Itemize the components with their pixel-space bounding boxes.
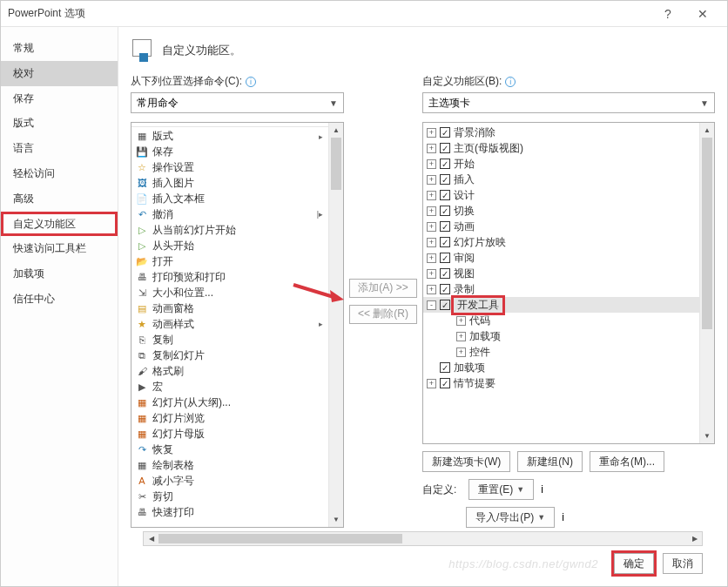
checkbox[interactable]: ✓: [440, 284, 450, 294]
tree-node[interactable]: +✓动画: [423, 219, 699, 234]
expand-icon[interactable]: +: [427, 285, 436, 294]
command-item[interactable]: 🖌格式刷: [131, 363, 328, 379]
tree-node[interactable]: +控件: [423, 344, 699, 360]
expand-icon[interactable]: +: [427, 222, 436, 232]
command-item[interactable]: 🖶打印预览和打印: [131, 269, 328, 285]
checkbox[interactable]: ✓: [440, 190, 450, 200]
checkbox[interactable]: ✓: [440, 253, 450, 263]
sidebar-item[interactable]: 轻松访问: [1, 161, 118, 186]
command-item[interactable]: ▶宏: [131, 379, 328, 395]
info-icon[interactable]: i: [246, 77, 256, 87]
command-item[interactable]: 📄插入文本框: [131, 191, 328, 206]
commands-source-dropdown[interactable]: 常用命令 ▼: [131, 92, 344, 113]
new-tab-button[interactable]: 新建选项卡(W): [422, 451, 510, 472]
collapse-icon[interactable]: -: [427, 300, 436, 310]
expand-icon[interactable]: +: [456, 316, 466, 326]
expand-icon[interactable]: +: [427, 159, 436, 169]
checkbox[interactable]: ✓: [440, 362, 450, 373]
command-item[interactable]: 📂打开: [131, 253, 328, 269]
scroll-left-icon[interactable]: ◀: [144, 532, 158, 545]
tree-node[interactable]: +✓审阅: [423, 250, 699, 266]
info-icon[interactable]: i: [562, 511, 564, 523]
help-button[interactable]: ?: [650, 7, 685, 21]
checkbox[interactable]: ✓: [440, 237, 450, 247]
command-item[interactable]: ▦幻灯片浏览: [131, 410, 328, 426]
checkbox[interactable]: ✓: [440, 174, 450, 185]
new-group-button[interactable]: 新建组(N): [517, 451, 583, 472]
expand-icon[interactable]: +: [427, 379, 436, 388]
command-item[interactable]: ▦幻灯片母版: [131, 426, 328, 442]
command-item[interactable]: ▦幻灯片(从大纲)...: [131, 395, 328, 410]
command-item[interactable]: ▦版式▸: [131, 126, 328, 144]
sidebar-item[interactable]: 常规: [1, 36, 118, 61]
command-item[interactable]: ▷从当前幻灯片开始: [131, 222, 328, 238]
tree-node[interactable]: +✓切换: [423, 203, 699, 219]
expand-icon[interactable]: +: [427, 128, 436, 138]
command-item[interactable]: 💾保存: [131, 144, 328, 159]
checkbox[interactable]: ✓: [440, 127, 450, 138]
expand-icon[interactable]: +: [427, 175, 436, 185]
tree-node[interactable]: +✓视图: [423, 266, 699, 281]
close-button[interactable]: ✕: [685, 7, 720, 21]
ribbon-tree[interactable]: +✓背景消除+✓主页(母版视图)+✓开始+✓插入+✓设计+✓切换+✓动画+✓幻灯…: [422, 122, 715, 444]
sidebar-item[interactable]: 信任中心: [1, 287, 118, 312]
tree-node[interactable]: ✓加载项: [423, 360, 699, 375]
command-item[interactable]: ↷恢复: [131, 442, 328, 457]
tree-node[interactable]: +✓背景消除: [423, 125, 699, 140]
sidebar-item[interactable]: 保存: [1, 86, 118, 111]
command-item[interactable]: ▷从头开始: [131, 238, 328, 253]
scroll-right-icon[interactable]: ▶: [687, 532, 702, 545]
tree-node[interactable]: +✓插入: [423, 172, 699, 187]
tree-node[interactable]: -✓开发工具: [423, 297, 699, 313]
command-item[interactable]: 🖶快速打印: [131, 504, 328, 520]
ribbon-scope-dropdown[interactable]: 主选项卡 ▼: [422, 92, 715, 113]
scrollbar-vertical[interactable]: ▲ ▼: [699, 123, 714, 443]
tree-node[interactable]: +✓主页(母版视图): [423, 140, 699, 156]
checkbox[interactable]: ✓: [440, 143, 450, 153]
command-item[interactable]: 🖼插入图片: [131, 175, 328, 191]
sidebar-item[interactable]: 快速访问工具栏: [1, 236, 118, 261]
expand-icon[interactable]: +: [427, 206, 436, 216]
add-button[interactable]: 添加(A) >>: [349, 279, 417, 298]
command-item[interactable]: ⧉复制幻灯片: [131, 347, 328, 363]
tree-node[interactable]: +加载项: [423, 328, 699, 344]
sidebar-item[interactable]: 校对: [1, 61, 118, 86]
tree-node[interactable]: +✓情节提要: [423, 375, 699, 391]
import-export-dropdown[interactable]: 导入/导出(P)▼: [466, 507, 555, 528]
command-item[interactable]: A减小字号: [131, 473, 328, 489]
sidebar-item[interactable]: 自定义功能区: [1, 212, 118, 237]
sidebar-item[interactable]: 加载项: [1, 261, 118, 287]
remove-button[interactable]: << 删除(R): [349, 305, 417, 324]
info-icon[interactable]: i: [541, 483, 543, 496]
expand-icon[interactable]: +: [427, 269, 436, 279]
command-item[interactable]: ⎘复制: [131, 332, 328, 347]
sidebar-item[interactable]: 版式: [1, 111, 118, 136]
reset-dropdown[interactable]: 重置(E)▼: [468, 479, 534, 500]
tree-node[interactable]: +✓开始: [423, 156, 699, 172]
rename-button[interactable]: 重命名(M)...: [590, 451, 664, 472]
sidebar-item[interactable]: 高级: [1, 186, 118, 212]
command-item[interactable]: ↶撤消|▸: [131, 206, 328, 222]
checkbox[interactable]: ✓: [440, 268, 450, 279]
tree-node[interactable]: +✓录制: [423, 281, 699, 297]
expand-icon[interactable]: +: [427, 238, 436, 247]
scrollbar-vertical[interactable]: ▲ ▼: [328, 123, 343, 527]
checkbox[interactable]: ✓: [440, 378, 450, 388]
tree-node[interactable]: +代码: [423, 313, 699, 328]
expand-icon[interactable]: +: [456, 347, 466, 357]
command-item[interactable]: ✂剪切: [131, 489, 328, 504]
scroll-up-icon[interactable]: ▲: [329, 123, 343, 138]
expand-icon[interactable]: +: [456, 332, 466, 341]
command-item[interactable]: ▤动画窗格: [131, 300, 328, 316]
commands-listbox[interactable]: ▦版式▸💾保存☆操作设置🖼插入图片📄插入文本框↶撤消|▸▷从当前幻灯片开始▷从头…: [131, 122, 344, 528]
expand-icon[interactable]: +: [427, 253, 436, 263]
tree-node[interactable]: +✓设计: [423, 187, 699, 203]
scroll-down-icon[interactable]: ▼: [700, 428, 714, 443]
tree-node[interactable]: +✓幻灯片放映: [423, 234, 699, 250]
checkbox[interactable]: ✓: [440, 300, 450, 310]
expand-icon[interactable]: +: [427, 191, 436, 200]
checkbox[interactable]: ✓: [440, 206, 450, 216]
scroll-up-icon[interactable]: ▲: [700, 123, 714, 138]
scrollbar-horizontal[interactable]: ◀ ▶: [143, 531, 703, 546]
cancel-button[interactable]: 取消: [663, 553, 703, 574]
